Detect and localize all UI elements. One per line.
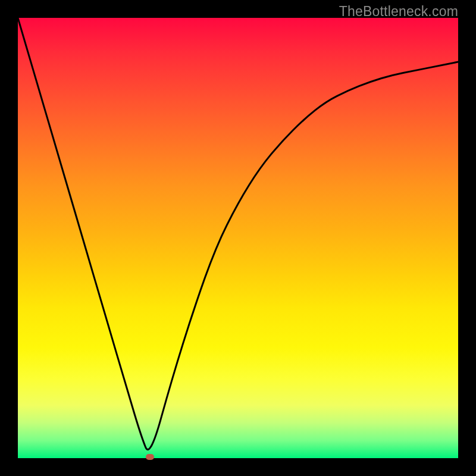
watermark-text: TheBottleneck.com xyxy=(339,4,458,20)
chart-frame: TheBottleneck.com xyxy=(0,0,476,476)
bottleneck-curve xyxy=(18,18,458,450)
plot-area xyxy=(18,18,458,458)
minimum-marker xyxy=(146,454,154,460)
curve-svg xyxy=(18,18,458,458)
